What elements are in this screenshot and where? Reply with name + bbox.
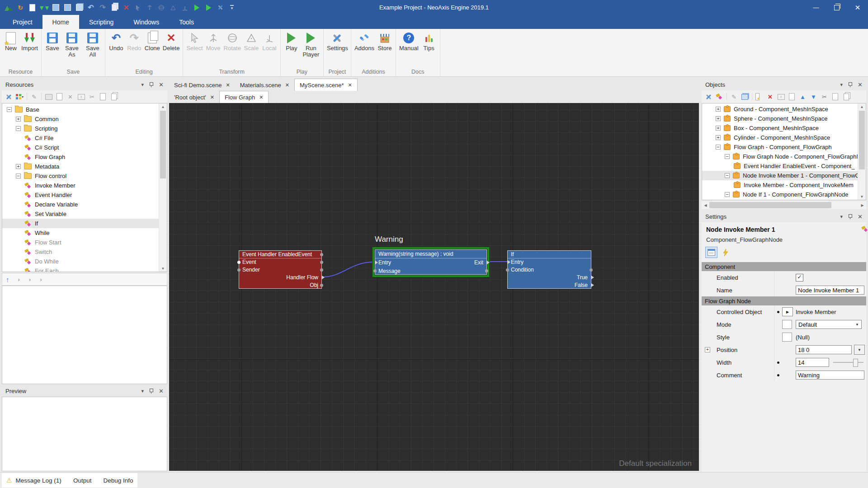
- minimize-button[interactable]: —: [806, 0, 826, 15]
- mode-dropdown[interactable]: Default▼: [796, 320, 862, 329]
- resource-tree-item[interactable]: Do While: [2, 257, 167, 266]
- flow-node-if[interactable]: If Entry Condition True False: [507, 250, 591, 289]
- scroll-up-icon[interactable]: ▲: [858, 103, 866, 110]
- tree-expander[interactable]: −: [7, 107, 12, 112]
- object-tree-item[interactable]: − Flow Graph Node - Component_FlowGraphN…: [702, 152, 866, 161]
- save-as-icon[interactable]: [63, 4, 71, 12]
- document-tab[interactable]: Materials.scene ✕: [235, 79, 294, 91]
- flow-output-port[interactable]: [591, 276, 594, 279]
- output-port[interactable]: [590, 268, 593, 272]
- output-port[interactable]: [320, 261, 323, 264]
- object-tree-item[interactable]: + Box - Component_MeshInSpace: [702, 123, 866, 133]
- objects-hscrollbar[interactable]: ◀ ▶: [702, 201, 866, 209]
- new-button[interactable]: ★New: [2, 30, 20, 52]
- events-view-button[interactable]: [719, 247, 731, 258]
- value-box[interactable]: [782, 333, 792, 342]
- reference-button[interactable]: ▶: [782, 307, 793, 316]
- tree-expander[interactable]: +: [16, 117, 21, 122]
- save-button[interactable]: Save: [43, 30, 61, 52]
- close-tab-icon[interactable]: ✕: [210, 94, 214, 100]
- move-down-icon[interactable]: ▼: [810, 93, 817, 101]
- tree-expander[interactable]: −: [725, 173, 730, 178]
- resource-tree-item[interactable]: − Scripting: [2, 124, 167, 133]
- view-tab[interactable]: 'Root object' ✕: [169, 91, 219, 103]
- restore-button[interactable]: [826, 0, 847, 15]
- toolbar-overflow-icon[interactable]: ▼: [228, 4, 236, 12]
- addons-button[interactable]: Addons: [353, 30, 376, 52]
- flow-output-port[interactable]: [487, 261, 490, 264]
- scroll-right-icon[interactable]: ▶: [859, 202, 866, 209]
- flow-output-port[interactable]: [322, 276, 325, 279]
- play-icon[interactable]: [193, 4, 201, 12]
- import-button[interactable]: Import: [20, 30, 39, 52]
- clone-button[interactable]: Clone: [143, 30, 161, 52]
- run-player-button[interactable]: Run Player: [301, 30, 321, 59]
- flow-output-port[interactable]: [591, 283, 594, 287]
- display-mode-icon[interactable]: ▾: [16, 93, 24, 101]
- tree-expander[interactable]: +: [16, 164, 21, 169]
- scroll-left-icon[interactable]: ◀: [702, 202, 709, 209]
- manual-button[interactable]: ?Manual: [398, 30, 420, 52]
- flow-input-port[interactable]: [375, 261, 378, 264]
- delete-icon[interactable]: ✕: [766, 93, 774, 101]
- close-icon[interactable]: ✕: [858, 82, 863, 88]
- resources-scrollbar[interactable]: ▲ ▼: [159, 103, 167, 272]
- output-port[interactable]: [320, 253, 323, 256]
- scroll-down-icon[interactable]: ▼: [858, 193, 866, 200]
- resource-tree-item[interactable]: Flow Start: [2, 238, 167, 247]
- import-icon[interactable]: ▼▼: [40, 4, 48, 12]
- tree-expander[interactable]: +: [716, 116, 721, 121]
- resource-tree-item[interactable]: While: [2, 228, 167, 238]
- object-tree-item[interactable]: + Cylinder - Component_MeshInSpace: [702, 133, 866, 142]
- document-tab[interactable]: MyScene.scene* ✕: [294, 79, 358, 91]
- objects-options-icon[interactable]: [705, 93, 712, 101]
- tree-expander[interactable]: −: [725, 192, 730, 197]
- resource-tree-item[interactable]: C# File: [2, 133, 167, 143]
- view-tab[interactable]: Flow Graph ✕: [219, 91, 269, 103]
- object-tree-item[interactable]: Invoke Member - Component_InvokeMem: [702, 180, 866, 190]
- settings-button[interactable]: Settings: [326, 30, 349, 52]
- tab-home[interactable]: Home: [42, 15, 79, 29]
- cut-icon[interactable]: ✂: [821, 93, 828, 101]
- delete-button[interactable]: ✕Delete: [161, 30, 181, 52]
- tree-expander[interactable]: −: [16, 126, 21, 131]
- close-tab-icon[interactable]: ✕: [226, 82, 230, 88]
- width-field[interactable]: [796, 358, 829, 367]
- undo-icon[interactable]: ↶: [87, 4, 95, 12]
- tree-expander[interactable]: +: [716, 135, 721, 140]
- name-field[interactable]: [796, 286, 864, 295]
- close-icon[interactable]: ✕: [159, 82, 164, 88]
- play-button[interactable]: Play: [283, 30, 301, 52]
- objects-vscrollbar[interactable]: ▲ ▼: [858, 103, 866, 200]
- resource-tree-item[interactable]: For Each: [2, 266, 167, 272]
- tree-expander[interactable]: +: [716, 107, 721, 112]
- tab-windows[interactable]: Windows: [123, 15, 169, 29]
- resource-tree-item[interactable]: + Metadata: [2, 162, 167, 171]
- flow-node-warning[interactable]: Warning(string message) : void EntryExit…: [375, 249, 487, 275]
- object-tree-item[interactable]: − Flow Graph - Component_FlowGraph: [702, 142, 866, 152]
- resource-tree-item[interactable]: If: [2, 219, 167, 228]
- save-icon[interactable]: [52, 4, 60, 12]
- save-all-button[interactable]: Save All: [82, 30, 103, 59]
- input-port[interactable]: [373, 269, 377, 272]
- clone-icon[interactable]: [110, 4, 118, 12]
- save-as-button[interactable]: Save As: [61, 30, 82, 59]
- object-tree-item[interactable]: − Node Invoke Member 1 - Component_FlowG…: [702, 171, 866, 180]
- resources-options-icon[interactable]: [5, 93, 13, 101]
- resource-tree-item[interactable]: Flow Graph: [2, 152, 167, 162]
- object-tree-item[interactable]: − Node If 1 - Component_FlowGraphNode: [702, 190, 866, 199]
- tab-project[interactable]: Project: [3, 15, 42, 29]
- copy-icon[interactable]: [831, 93, 839, 101]
- refresh-icon[interactable]: ↻: [16, 4, 24, 12]
- bottom-tab[interactable]: ⚠ Output: [73, 477, 92, 484]
- flow-graph-canvas[interactable]: Event Handler EnabledEvent Event Sender …: [169, 103, 699, 471]
- panel-menu-icon[interactable]: ▾: [840, 82, 843, 87]
- output-port[interactable]: [485, 269, 488, 272]
- close-tab-icon[interactable]: ✕: [348, 82, 352, 88]
- input-port[interactable]: [237, 268, 241, 272]
- resource-tree-item[interactable]: − Base: [2, 105, 167, 114]
- bottom-tab[interactable]: ⚠ Message Log (1): [6, 477, 61, 484]
- settings-tools-icon[interactable]: [216, 4, 224, 12]
- close-icon[interactable]: ✕: [858, 214, 863, 220]
- pin-icon[interactable]: [848, 82, 852, 87]
